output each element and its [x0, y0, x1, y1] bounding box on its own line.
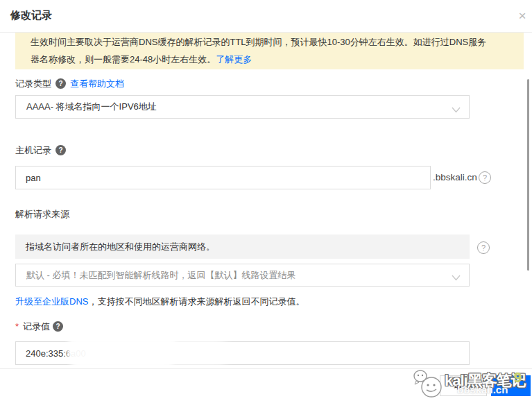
- line-source-label-row: 解析请求来源: [15, 208, 69, 220]
- vertical-scrollbar-thumb[interactable]: [527, 79, 529, 271]
- redaction-blur: [67, 330, 178, 373]
- redaction-blur: [163, 338, 229, 367]
- upgrade-enterprise-dns-link[interactable]: 升级至企业版DNS: [15, 296, 88, 307]
- chevron-down-icon: [452, 105, 461, 115]
- domain-suffix: .bbskali.cn: [433, 172, 477, 182]
- host-record-label-row: 主机记录 ?: [15, 144, 66, 156]
- upgrade-row: 升级至企业版DNS，支持按不同地区解析请求来源解析返回不同记录值。: [15, 296, 304, 308]
- help-icon[interactable]: ?: [53, 321, 63, 332]
- modify-record-dialog: 修改记录 × 生效时间主要取决于运营商DNS缓存的解析记录的TTL到期时间，预计…: [0, 0, 532, 401]
- line-select[interactable]: 默认 - 必填！未匹配到智能解析线路时，返回【默认】线路设置结果: [15, 264, 470, 287]
- help-icon[interactable]: ?: [55, 145, 66, 155]
- ttl-notice-banner: 生效时间主要取决于运营商DNS缓存的解析记录的TTL到期时间，预计最快10-30…: [15, 33, 524, 69]
- line-source-info-box: 指域名访问者所在的地区和使用的运营商网络。: [15, 234, 470, 259]
- chevron-down-icon: [452, 273, 461, 283]
- record-type-label: 记录类型: [15, 78, 51, 90]
- confirm-button[interactable]: [491, 375, 531, 396]
- help-icon[interactable]: ?: [55, 78, 66, 89]
- ttl-notice-text: 生效时间主要取决于运营商DNS缓存的解析记录的TTL到期时间，预计最快10-30…: [31, 37, 486, 65]
- footer-divider: [0, 368, 532, 369]
- close-icon[interactable]: ×: [514, 8, 531, 24]
- learn-more-link[interactable]: 了解更多: [216, 54, 252, 65]
- host-record-label: 主机记录: [15, 144, 51, 157]
- record-type-label-row: 记录类型 ? 查看帮助文档: [15, 78, 124, 89]
- question-circle-icon[interactable]: ?: [477, 241, 490, 254]
- line-source-label: 解析请求来源: [15, 208, 69, 221]
- question-circle-icon[interactable]: ?: [479, 171, 491, 184]
- record-value-label: 记录值: [23, 321, 50, 333]
- host-record-input[interactable]: [15, 166, 431, 189]
- required-asterisk: *: [15, 321, 19, 332]
- record-type-selected-value: AAAA- 将域名指向一个IPV6地址: [26, 101, 157, 113]
- view-help-doc-link[interactable]: 查看帮助文档: [70, 78, 124, 90]
- dialog-title: 修改记录: [10, 9, 52, 22]
- cancel-button[interactable]: 取消: [440, 375, 487, 396]
- upgrade-text: ，支持按不同地区解析请求来源解析返回不同记录值。: [88, 296, 304, 307]
- record-type-select[interactable]: AAAA- 将域名指向一个IPV6地址: [15, 95, 470, 119]
- record-value-label-row: * 记录值 ?: [15, 321, 63, 332]
- line-selected-value: 默认 - 必填！未匹配到智能解析线路时，返回【默认】线路设置结果: [26, 269, 296, 282]
